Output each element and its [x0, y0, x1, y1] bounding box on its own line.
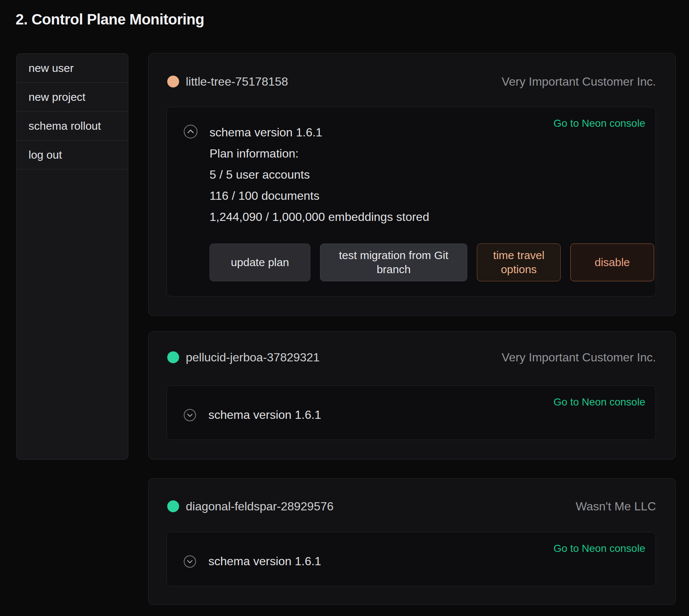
project-detail-panel: Go to Neon console schema version 1.6.1 …	[167, 107, 656, 297]
project-detail-panel: Go to Neon console schema version 1.6.1	[167, 385, 656, 440]
project-name: diagonal-feldspar-28929576	[186, 500, 334, 513]
update-plan-button[interactable]: update plan	[210, 244, 310, 281]
go-to-neon-console-link[interactable]: Go to Neon console	[554, 117, 646, 129]
project-name: pellucid-jerboa-37829321	[186, 351, 320, 364]
customer-name: Very Important Customer Inc.	[502, 351, 656, 364]
sidebar-item-new-project[interactable]: new project	[17, 83, 128, 112]
expand-toggle[interactable]	[184, 555, 196, 568]
sidebar: new user new project schema rollout log …	[16, 53, 128, 460]
schema-version-text: schema version 1.6.1	[210, 122, 429, 143]
plan-actions: update plan test migration from Git bran…	[210, 244, 654, 281]
plan-information-label: Plan information:	[210, 143, 429, 164]
test-migration-button[interactable]: test migration from Git branch	[320, 244, 467, 281]
page-title: 2. Control Plane Monitoring	[16, 11, 204, 28]
control-plane-monitoring-page: 2. Control Plane Monitoring new user new…	[0, 0, 689, 616]
plan-details: schema version 1.6.1 Plan information: 5…	[210, 122, 429, 228]
chevron-down-icon	[184, 555, 196, 568]
customer-name: Wasn't Me LLC	[576, 500, 656, 513]
sidebar-item-log-out[interactable]: log out	[17, 140, 128, 169]
project-card-little-tree: little-tree-75178158 Very Important Cust…	[148, 53, 676, 316]
user-accounts-usage: 5 / 5 user accounts	[210, 164, 429, 185]
go-to-neon-console-link[interactable]: Go to Neon console	[554, 396, 646, 408]
embeddings-usage: 1,244,090 / 1,000,000 embeddings stored	[210, 206, 429, 228]
disable-button[interactable]: disable	[570, 244, 654, 281]
sidebar-item-schema-rollout[interactable]: schema rollout	[17, 112, 128, 140]
sidebar-item-label: schema rollout	[29, 120, 101, 132]
sidebar-item-label: new project	[29, 91, 85, 103]
schema-version-row: schema version 1.6.1	[184, 408, 321, 422]
status-dot-green	[167, 351, 179, 363]
documents-usage: 116 / 100 documents	[210, 185, 429, 206]
schema-version-text: schema version 1.6.1	[208, 408, 321, 422]
status-dot-orange	[167, 76, 179, 87]
project-card-header: little-tree-75178158 Very Important Cust…	[167, 74, 656, 89]
project-card-diagonal-feldspar: diagonal-feldspar-28929576 Wasn't Me LLC…	[148, 478, 676, 605]
customer-name: Very Important Customer Inc.	[502, 75, 656, 89]
project-name: little-tree-75178158	[186, 75, 288, 89]
go-to-neon-console-link[interactable]: Go to Neon console	[554, 543, 646, 554]
project-card-header: diagonal-feldspar-28929576 Wasn't Me LLC	[167, 499, 656, 514]
sidebar-item-label: new user	[29, 62, 74, 74]
sidebar-item-label: log out	[29, 149, 62, 161]
status-dot-green	[167, 500, 179, 512]
sidebar-item-new-user[interactable]: new user	[17, 54, 128, 83]
project-detail-panel: Go to Neon console schema version 1.6.1	[167, 532, 656, 586]
schema-version-text: schema version 1.6.1	[208, 554, 321, 568]
collapse-toggle[interactable]	[184, 125, 198, 139]
project-card-pellucid-jerboa: pellucid-jerboa-37829321 Very Important …	[148, 331, 676, 460]
expand-toggle[interactable]	[184, 409, 196, 421]
project-card-header: pellucid-jerboa-37829321 Very Important …	[167, 350, 656, 365]
chevron-up-icon	[184, 125, 198, 139]
schema-version-row: schema version 1.6.1	[184, 554, 321, 568]
chevron-down-icon	[184, 409, 196, 421]
time-travel-options-button[interactable]: time travel options	[477, 244, 561, 281]
